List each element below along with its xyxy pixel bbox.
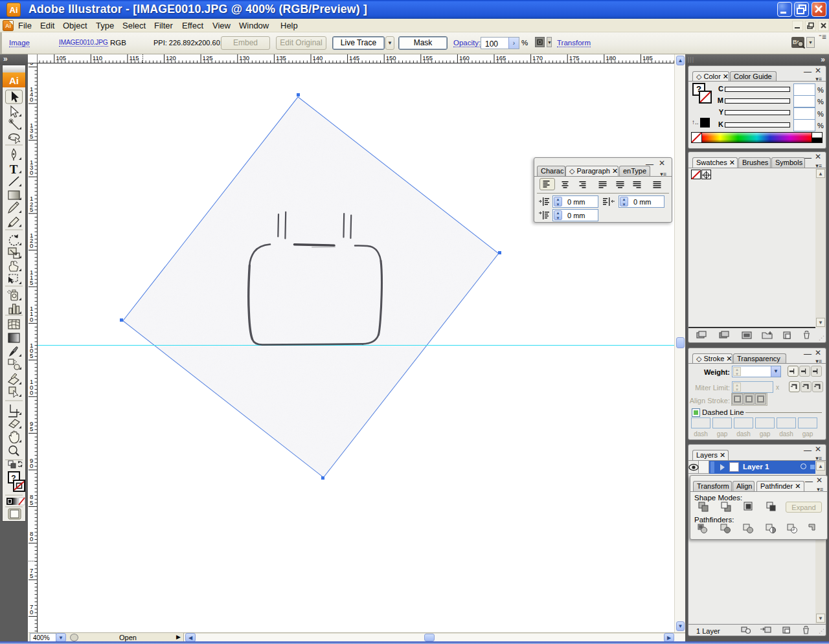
svg-text:160: 160 [459, 54, 470, 61]
svg-text:125: 125 [203, 54, 213, 61]
svg-text:185: 185 [642, 54, 653, 61]
svg-text:5: 5 [30, 279, 33, 286]
svg-text:5: 5 [30, 206, 33, 213]
svg-text:155: 155 [422, 54, 433, 61]
svg-text:120: 120 [166, 54, 176, 61]
svg-text:5: 5 [30, 499, 33, 506]
svg-text:5: 5 [30, 425, 33, 432]
svg-text:130: 130 [239, 54, 249, 61]
svg-text:0: 0 [30, 389, 33, 396]
svg-text:145: 145 [349, 54, 359, 61]
svg-text:0: 0 [30, 242, 33, 249]
svg-text:0: 0 [30, 96, 33, 103]
svg-text:0: 0 [30, 169, 33, 176]
svg-text:0: 0 [30, 535, 33, 542]
svg-text:0: 0 [30, 462, 33, 469]
svg-text:T: T [10, 162, 18, 176]
svg-text:5: 5 [30, 63, 33, 66]
svg-text:180: 180 [606, 54, 616, 61]
svg-text:175: 175 [569, 54, 580, 61]
svg-text:170: 170 [532, 54, 543, 61]
svg-text:105: 105 [56, 54, 66, 61]
svg-text:0: 0 [30, 316, 33, 323]
svg-text:0: 0 [30, 608, 33, 616]
svg-text:165: 165 [496, 54, 506, 61]
svg-text:150: 150 [386, 54, 396, 61]
svg-text:110: 110 [93, 54, 102, 61]
svg-text:5: 5 [30, 572, 33, 579]
svg-text:5: 5 [30, 133, 33, 140]
svg-text:115: 115 [129, 54, 139, 61]
svg-text:5: 5 [30, 352, 33, 359]
svg-text:140: 140 [313, 54, 323, 61]
svg-text:135: 135 [276, 54, 286, 61]
svg-text:Ai: Ai [9, 75, 19, 86]
